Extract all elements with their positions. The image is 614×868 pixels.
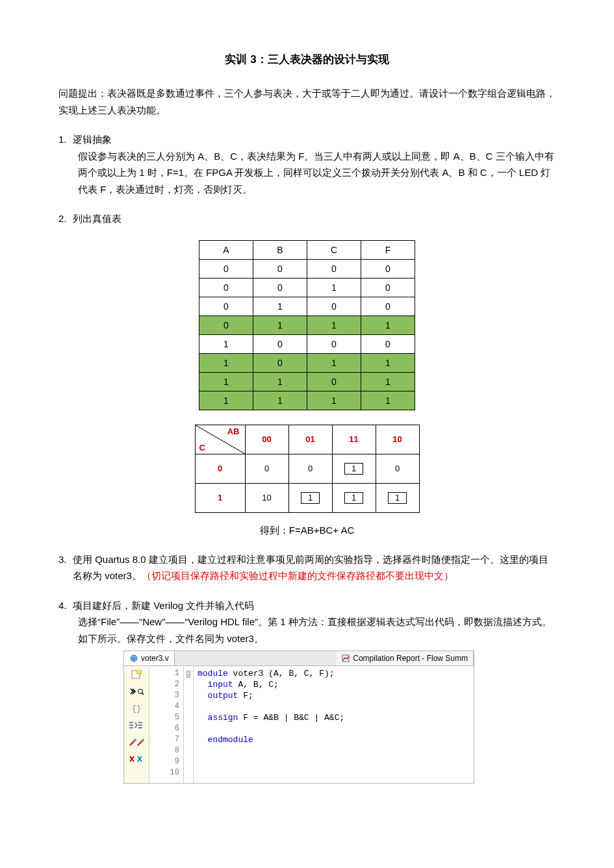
svg-point-10	[134, 739, 136, 741]
k-map-cell: 0	[288, 454, 332, 483]
toolbar-indent-icon[interactable]	[127, 719, 146, 731]
section-2: 2. 列出真值表	[58, 210, 556, 227]
svg-rect-5	[137, 670, 141, 674]
page-title: 实训 3：三人表决器的设计与实现	[58, 52, 556, 67]
svg-line-7	[142, 693, 144, 695]
section-1-number: 1.	[58, 131, 73, 148]
svg-text:v: v	[133, 656, 135, 662]
section-1-body: 假设参与表决的三人分别为 A、B、C，表决结果为 F。当三人中有两人或以上同意，…	[58, 148, 556, 198]
k-map: AB C 00 01 11 10 0 0 0 1 0 1 10 1 1 1	[195, 425, 420, 513]
truth-row: 1111	[199, 391, 415, 410]
editor-tab-voter3-label: voter3.v	[141, 654, 169, 663]
toolbar-find-icon[interactable]	[127, 686, 146, 697]
editor-tab-voter3[interactable]: v voter3.v	[124, 651, 175, 665]
k-map-row: 0	[195, 454, 245, 483]
truth-col-B: B	[253, 240, 307, 259]
section-4-line2: 选择“File”——“New”——“Verilog HDL file”。第 1 …	[58, 614, 556, 647]
toolbar-x-icon[interactable]	[127, 753, 146, 765]
truth-col-C: C	[307, 240, 361, 259]
k-map-col: 10	[376, 425, 419, 454]
k-map-cell: 1	[376, 483, 419, 512]
section-1: 1. 逻辑抽象 假设参与表决的三人分别为 A、B、C，表决结果为 F。当三人中有…	[58, 131, 556, 197]
section-1-heading: 逻辑抽象	[73, 131, 112, 148]
verilog-file-icon: v	[129, 654, 138, 663]
editor-tab-report-label: Compilation Report - Flow Summ	[353, 654, 468, 663]
k-map-cell: 10	[245, 483, 288, 512]
k-map-col: 01	[288, 425, 332, 454]
section-3-body-b: （切记项目保存路径和实验过程中新建的文件保存路径都不要出现中文）	[142, 570, 454, 581]
k-map-col: 00	[245, 425, 288, 454]
truth-row: 0100	[199, 297, 415, 316]
truth-table-header-row: A B C F	[199, 240, 415, 259]
toolbar-wand-icon[interactable]	[127, 736, 146, 748]
section-3-number: 3.	[58, 551, 73, 584]
intro-paragraph: 问题提出：表决器既是多数通过事件，三个人参与表决，大于或等于二人即为通过。请设计…	[58, 85, 556, 118]
k-map-row: 1	[195, 483, 245, 512]
editor-code-area[interactable]: module voter3 (A, B, C, F); input A, B, …	[194, 666, 474, 783]
truth-col-F: F	[361, 240, 415, 259]
section-2-heading: 列出真值表	[73, 210, 122, 227]
section-2-number: 2.	[58, 210, 73, 227]
formula-label: 得到：	[260, 525, 289, 536]
k-map-cell: 0	[245, 454, 288, 483]
truth-row: 1000	[199, 334, 415, 353]
toolbar-new-icon[interactable]	[127, 669, 146, 680]
toolbar-braces-icon[interactable]: {}	[127, 702, 146, 714]
truth-row: 0000	[199, 259, 415, 278]
section-4: 4. 项目建好后，新建 Verilog 文件并输入代码 选择“File”——“N…	[58, 597, 556, 647]
truth-col-A: A	[199, 240, 253, 259]
editor-tab-report[interactable]: Compilation Report - Flow Summ	[336, 651, 474, 665]
formula-value: F=AB+BC+ AC	[289, 525, 354, 536]
page: 实训 3：三人表决器的设计与实现 问题提出：表决器既是多数通过事件，三个人参与表…	[0, 0, 614, 823]
truth-row: 1101	[199, 372, 415, 391]
truth-row: 0010	[199, 278, 415, 297]
k-map-corner: AB C	[195, 425, 245, 454]
svg-text:{}: {}	[132, 704, 141, 713]
formula-line: 得到：F=AB+BC+ AC	[58, 525, 556, 537]
truth-row: 1011	[199, 353, 415, 372]
section-4-number: 4.	[58, 597, 73, 614]
k-map-col: 11	[332, 425, 376, 454]
k-map-cell: 1	[332, 454, 376, 483]
code-editor-screenshot: v voter3.v Compilation Report - Flow Sum…	[123, 651, 474, 784]
editor-toolbar: {}	[124, 666, 149, 783]
editor-gutter: 1 2 3 4 5 6 7 8 9 10	[149, 666, 184, 783]
truth-row: 0111	[199, 316, 415, 334]
k-map-c-label: C	[199, 443, 205, 453]
truth-table: A B C F 0000 0010 0100 0111 1000 1011 11…	[199, 240, 415, 410]
k-map-cell: 1	[288, 483, 332, 512]
svg-point-12	[142, 739, 144, 741]
k-map-cell: 1	[332, 483, 376, 512]
editor-tabbar: v voter3.v Compilation Report - Flow Sum…	[123, 651, 474, 666]
section-3: 3. 使用 Quartus 8.0 建立项目，建立过程和注意事项见前两周的实验指…	[58, 551, 556, 584]
k-map-ab-label: AB	[227, 427, 240, 436]
section-4-line1: 项目建好后，新建 Verilog 文件并输入代码	[73, 597, 254, 614]
k-map-cell: 0	[376, 454, 419, 483]
report-icon	[341, 654, 350, 663]
fold-minus-icon[interactable]: -	[186, 671, 191, 678]
editor-fold-column: -	[184, 666, 194, 783]
editor-body: {} 1 2 3 4 5 6 7 8 9 10 - module vo	[123, 666, 474, 784]
